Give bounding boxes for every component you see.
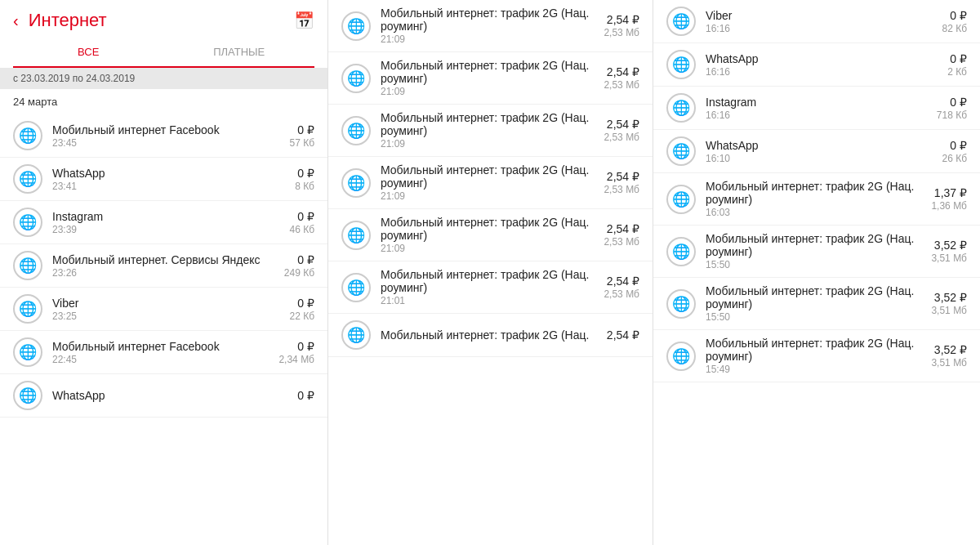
- item-time: 23:39: [52, 224, 289, 235]
- item-cost: 3,52 ₽ 3,51 Мб: [931, 291, 967, 316]
- item-cost: 0 ₽ 8 Кб: [295, 167, 314, 192]
- list-item[interactable]: 🌐 WhatsApp 16:10 0 ₽ 26 Кб: [653, 130, 980, 173]
- item-size: 57 Кб: [289, 137, 314, 149]
- list-item[interactable]: 🌐 Viber 16:16 0 ₽ 82 Кб: [653, 0, 980, 43]
- globe-icon: 🌐: [13, 294, 42, 324]
- left-panel: ‹ Интернет 📅 ВСЕ ПЛАТНЫЕ с 23.03.2019 по…: [0, 0, 328, 545]
- list-item[interactable]: 🌐 WhatsApp 16:16 0 ₽ 2 Кб: [653, 43, 980, 87]
- globe-icon: 🌐: [341, 64, 371, 93]
- item-price: 0 ₽: [942, 9, 967, 22]
- item-time: 16:16: [706, 23, 942, 34]
- item-time: 16:03: [706, 207, 931, 218]
- list-item[interactable]: 🌐 Мобильный интернет Facebook 22:45 0 ₽ …: [0, 331, 327, 374]
- item-time: 16:16: [706, 66, 947, 78]
- item-info: Instagram 16:16: [706, 96, 937, 121]
- item-name: Мобильный интернет: трафик 2G (Нац.: [381, 328, 607, 342]
- item-info: Мобильный интернет: трафик 2G (Нац. роум…: [381, 59, 604, 97]
- list-item[interactable]: 🌐 Viber 23:25 0 ₽ 22 Кб: [0, 288, 327, 331]
- calendar-icon[interactable]: 📅: [294, 11, 314, 30]
- item-time: 21:09: [381, 86, 604, 97]
- list-item[interactable]: 🌐 Мобильный интернет: трафик 2G (Нац. ро…: [328, 261, 653, 314]
- item-size: 8 Кб: [295, 181, 314, 192]
- globe-icon: 🌐: [341, 116, 371, 145]
- item-info: Мобильный интернет: трафик 2G (Нац. роум…: [381, 111, 604, 150]
- item-size: 3,51 Мб: [931, 252, 967, 264]
- item-size: 2,53 Мб: [604, 288, 639, 300]
- list-item[interactable]: 🌐 WhatsApp 23:41 0 ₽ 8 Кб: [0, 158, 327, 201]
- globe-icon: 🌐: [13, 381, 42, 410]
- list-item[interactable]: 🌐 Мобильный интернет: трафик 2G (Нац. ро…: [328, 0, 653, 52]
- globe-icon: 🌐: [666, 289, 696, 319]
- globe-icon: 🌐: [666, 185, 696, 214]
- item-cost: 2,54 ₽ 2,53 Мб: [604, 65, 639, 91]
- list-item[interactable]: 🌐 Мобильный интернет Facebook 23:45 0 ₽ …: [0, 114, 327, 158]
- item-cost: 0 ₽ 2 Кб: [947, 52, 967, 78]
- item-info: WhatsApp 16:16: [706, 52, 947, 78]
- tab-paid[interactable]: ПЛАТНЫЕ: [164, 38, 315, 66]
- item-info: WhatsApp 23:41: [52, 167, 295, 192]
- globe-icon: 🌐: [13, 208, 42, 237]
- item-time: 23:25: [52, 310, 289, 322]
- item-info: Мобильный интернет: трафик 2G (Нац. роум…: [706, 337, 931, 375]
- item-price: 0 ₽: [278, 340, 314, 353]
- item-time: 21:09: [381, 138, 604, 150]
- item-cost: 2,54 ₽ 2,53 Мб: [604, 13, 639, 38]
- globe-icon: 🌐: [666, 50, 696, 79]
- list-item[interactable]: 🌐 Instagram 23:39 0 ₽ 46 Кб: [0, 201, 327, 244]
- list-item[interactable]: 🌐 Мобильный интернет: трафик 2G (Нац. ро…: [328, 105, 653, 157]
- globe-icon: 🌐: [341, 320, 371, 350]
- item-cost: 3,52 ₽ 3,51 Мб: [931, 239, 967, 264]
- item-name: WhatsApp: [52, 389, 297, 402]
- list-item[interactable]: 🌐 Мобильный интернет: трафик 2G (Нац. ро…: [328, 157, 653, 209]
- item-price: 0 ₽: [289, 123, 314, 136]
- item-price: 2,54 ₽: [604, 170, 639, 183]
- item-cost: 3,52 ₽ 3,51 Мб: [931, 343, 967, 369]
- item-size: 2,34 Мб: [278, 354, 314, 365]
- tab-all[interactable]: ВСЕ: [13, 38, 164, 68]
- item-time: 23:41: [52, 181, 295, 192]
- item-name: WhatsApp: [706, 52, 947, 65]
- tab-bar: ВСЕ ПЛАТНЫЕ: [13, 38, 314, 68]
- list-item[interactable]: 🌐 Мобильный интернет: трафик 2G (Нац. ро…: [328, 52, 653, 105]
- item-info: Мобильный интернет: трафик 2G (Нац. роум…: [381, 268, 604, 306]
- section-date: 24 марта: [0, 89, 327, 114]
- list-item[interactable]: 🌐 WhatsApp 0 ₽: [0, 374, 327, 418]
- list-item[interactable]: 🌐 Мобильный интернет: трафик 2G (Нац. ро…: [653, 330, 980, 382]
- item-cost: 0 ₽ 26 Кб: [942, 139, 967, 164]
- item-info: WhatsApp: [52, 389, 297, 403]
- list-item[interactable]: 🌐 Мобильный интернет: трафик 2G (Нац. ро…: [328, 209, 653, 261]
- item-info: Мобильный интернет: трафик 2G (Нац. роум…: [381, 163, 604, 202]
- item-time: 16:16: [706, 109, 937, 121]
- item-size: 22 Кб: [289, 310, 314, 322]
- list-item[interactable]: 🌐 Instagram 16:16 0 ₽ 718 Кб: [653, 87, 980, 130]
- item-cost: 0 ₽ 249 Кб: [284, 253, 314, 279]
- item-cost: 0 ₽ 82 Кб: [942, 9, 967, 34]
- item-name: WhatsApp: [706, 139, 942, 152]
- item-name: Мобильный интернет: трафик 2G (Нац. роум…: [381, 111, 604, 137]
- item-name: Instagram: [706, 96, 937, 109]
- list-item[interactable]: 🌐 Мобильный интернет: трафик 2G (Нац. ро…: [653, 173, 980, 226]
- back-button[interactable]: ‹: [13, 11, 19, 30]
- globe-icon: 🌐: [341, 168, 371, 198]
- item-time: 16:10: [706, 153, 942, 164]
- item-time: 21:09: [381, 34, 604, 45]
- item-cost: 0 ₽ 57 Кб: [289, 123, 314, 149]
- item-time: 23:45: [52, 137, 289, 149]
- item-time: 21:01: [381, 295, 604, 306]
- item-price: 2,54 ₽: [604, 65, 639, 78]
- item-name: Мобильный интернет: трафик 2G (Нац. роум…: [381, 163, 604, 190]
- item-price: 0 ₽: [289, 210, 314, 223]
- item-cost: 0 ₽ 46 Кб: [289, 210, 314, 235]
- globe-icon: 🌐: [666, 93, 696, 123]
- list-item[interactable]: 🌐 Мобильный интернет: трафик 2G (Нац. ро…: [653, 226, 980, 278]
- globe-icon: 🌐: [341, 273, 371, 302]
- item-time: 23:26: [52, 267, 284, 279]
- item-cost: 0 ₽ 718 Кб: [937, 96, 967, 121]
- list-item[interactable]: 🌐 Мобильный интернет: трафик 2G (Нац. ро…: [653, 278, 980, 330]
- item-info: Мобильный интернет: трафик 2G (Нац. роум…: [706, 232, 931, 270]
- list-item[interactable]: 🌐 Мобильный интернет. Сервисы Яндекс 23:…: [0, 244, 327, 288]
- item-info: Мобильный интернет: трафик 2G (Нац. роум…: [706, 284, 931, 323]
- item-name: Мобильный интернет: трафик 2G (Нац. роум…: [381, 216, 604, 242]
- list-item[interactable]: 🌐 Мобильный интернет: трафик 2G (Нац. 2,…: [328, 314, 653, 357]
- item-size: 718 Кб: [937, 109, 967, 121]
